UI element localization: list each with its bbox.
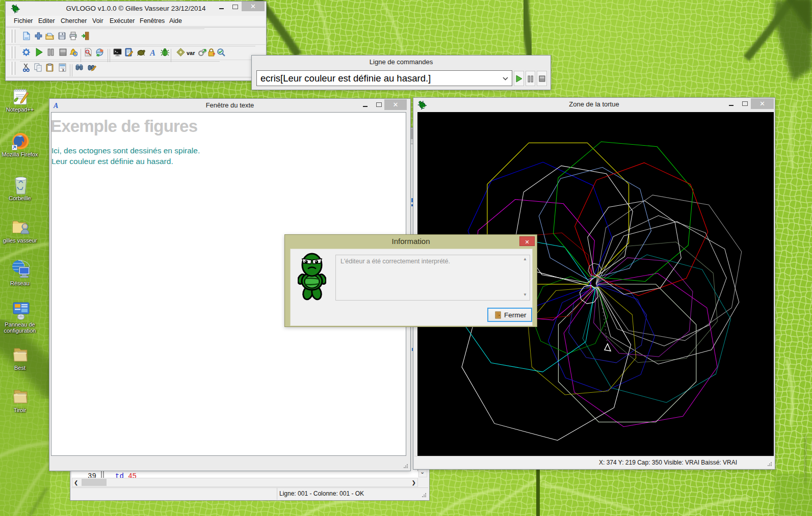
svg-text:A: A xyxy=(149,48,155,57)
svg-text:x: x xyxy=(62,68,64,72)
